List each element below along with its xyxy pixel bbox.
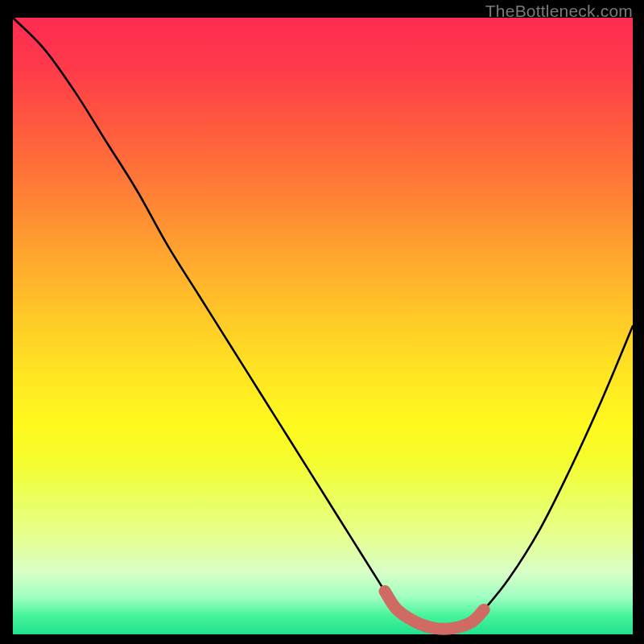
- plot-gradient-area: [13, 18, 633, 634]
- bottleneck-chart: TheBottleneck.com: [0, 0, 644, 644]
- watermark-text: TheBottleneck.com: [485, 2, 633, 21]
